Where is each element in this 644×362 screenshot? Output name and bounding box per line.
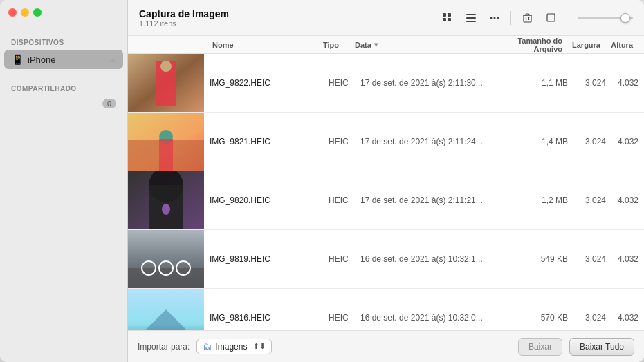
sidebar: DISPOSITIVOS 📱 iPhone ☁ COMPARTILHADO 0	[0, 0, 128, 362]
cell-date: 17 de set. de 2021 à(s) 2:11:24...	[360, 113, 506, 171]
svg-rect-27	[128, 268, 204, 289]
cell-width: 3.024	[568, 289, 606, 330]
cell-width: 3.024	[568, 171, 606, 229]
baixar-tudo-button[interactable]: Baixar Tudo	[569, 338, 634, 356]
col-size-header[interactable]: Tamanho do Arquivo	[500, 37, 562, 53]
svg-rect-0	[443, 13, 446, 17]
svg-point-17	[160, 61, 172, 72]
cell-size: 1,4 MB	[506, 113, 568, 171]
header-title-area: Captura de Imagem 1.112 itens	[139, 8, 438, 28]
col-width-header[interactable]: Largura	[562, 41, 600, 49]
header: Captura de Imagem 1.112 itens	[128, 0, 644, 36]
table-row[interactable]: IMG_9816.HEIC HEIC 16 de set. de 2021 à(…	[128, 289, 644, 330]
devices-section-label: DISPOSITIVOS	[0, 33, 127, 49]
footer: Importar para: 🗂 Imagens ⬆⬇ Baixar Baixa…	[128, 330, 644, 362]
cell-height: 4.032	[606, 289, 644, 330]
shared-section: COMPARTILHADO 0	[0, 79, 127, 112]
cell-date: 17 de set. de 2021 à(s) 2:11:21...	[360, 171, 506, 229]
cell-type: HEIC	[329, 289, 360, 330]
cell-size: 570 KB	[506, 289, 568, 330]
svg-rect-14	[547, 14, 555, 21]
table-row[interactable]: IMG_9822.HEIC HEIC 17 de set. de 2021 à(…	[128, 54, 644, 113]
cell-size: 1,2 MB	[506, 171, 568, 229]
zoom-slider[interactable]	[578, 17, 633, 19]
cell-name: IMG_9822.HEIC	[204, 54, 329, 112]
table-body: IMG_9822.HEIC HEIC 17 de set. de 2021 à(…	[128, 54, 644, 330]
cell-date: 17 de set. de 2021 à(s) 2:11:30...	[360, 54, 506, 112]
cell-name: IMG_9820.HEIC	[204, 171, 329, 229]
shared-section-label: COMPARTILHADO	[0, 79, 127, 95]
cell-type: HEIC	[329, 230, 360, 288]
cell-width: 3.024	[568, 54, 606, 112]
list-view-button[interactable]	[461, 8, 481, 28]
cell-type: HEIC	[329, 171, 360, 229]
phone-icon: 📱	[11, 53, 24, 66]
cell-type: HEIC	[329, 54, 360, 112]
svg-point-8	[494, 17, 496, 19]
cell-width: 3.024	[568, 230, 606, 288]
cell-date: 16 de set. de 2021 à(s) 10:32:0...	[360, 289, 506, 330]
col-type-header[interactable]: Tipo	[323, 41, 355, 49]
app-subtitle: 1.112 itens	[139, 19, 438, 28]
svg-rect-6	[466, 21, 476, 22]
table-row[interactable]: IMG_9820.HEIC HEIC 17 de set. de 2021 à(…	[128, 171, 644, 230]
close-button[interactable]	[8, 8, 17, 17]
cell-thumb	[128, 171, 204, 229]
cell-name: IMG_9816.HEIC	[204, 289, 329, 330]
svg-point-25	[162, 204, 170, 215]
svg-rect-3	[448, 18, 451, 21]
svg-rect-5	[466, 17, 476, 19]
sidebar-item-label: iPhone	[28, 55, 105, 65]
cell-type: HEIC	[329, 113, 360, 171]
cell-height: 4.032	[606, 171, 644, 229]
dropdown-arrows: ⬆⬇	[253, 342, 266, 351]
cell-size: 1,1 MB	[506, 54, 568, 112]
svg-rect-21	[159, 139, 173, 171]
delete-button[interactable]	[517, 8, 537, 28]
svg-point-7	[490, 17, 493, 19]
svg-rect-10	[524, 15, 531, 22]
svg-rect-2	[443, 18, 446, 21]
sort-arrow: ▾	[374, 41, 378, 48]
main-content: Captura de Imagem 1.112 itens	[128, 0, 644, 362]
col-name-header[interactable]: Nome	[210, 41, 323, 49]
toolbar-divider	[510, 11, 511, 25]
toolbar-divider-2	[567, 11, 567, 25]
folder-icon: 🗂	[203, 341, 212, 352]
col-height-header[interactable]: Altura	[600, 41, 638, 49]
cell-thumb	[128, 54, 204, 112]
cell-thumb	[128, 113, 204, 171]
zoom-slider-thumb[interactable]	[620, 13, 630, 23]
svg-rect-1	[448, 13, 451, 17]
table-row[interactable]: IMG_9819.HEIC HEIC 16 de set. de 2021 à(…	[128, 230, 644, 289]
table-row[interactable]: IMG_9821.HEIC HEIC 17 de set. de 2021 à(…	[128, 113, 644, 171]
more-button[interactable]	[485, 8, 504, 28]
minimize-button[interactable]	[21, 8, 29, 17]
rotate-button[interactable]	[541, 8, 560, 28]
cloud-icon: ☁	[108, 55, 116, 64]
sidebar-item-iphone[interactable]: 📱 iPhone ☁	[4, 50, 123, 69]
svg-rect-4	[466, 14, 476, 15]
app-title: Captura de Imagem	[139, 8, 438, 19]
baixar-button[interactable]: Baixar	[518, 338, 562, 356]
folder-dropdown[interactable]: 🗂 Imagens ⬆⬇	[196, 339, 272, 354]
traffic-lights[interactable]	[8, 8, 42, 17]
toolbar	[438, 8, 633, 28]
svg-point-9	[497, 17, 499, 19]
import-label: Importar para:	[138, 342, 190, 352]
cell-name: IMG_9821.HEIC	[204, 113, 329, 171]
cell-height: 4.032	[606, 113, 644, 171]
col-date-header[interactable]: Data ▾	[355, 41, 500, 49]
shared-badge: 0	[102, 99, 116, 108]
cell-width: 3.024	[568, 113, 606, 171]
grid-view-button[interactable]	[438, 8, 457, 28]
maximize-button[interactable]	[33, 8, 42, 17]
cell-date: 16 de set. de 2021 à(s) 10:32:1...	[360, 230, 506, 288]
cell-size: 549 KB	[506, 230, 568, 288]
table-header: Nome Tipo Data ▾ Tamanho do Arquivo Larg…	[128, 36, 644, 54]
cell-thumb	[128, 289, 204, 330]
cell-name: IMG_9819.HEIC	[204, 230, 329, 288]
cell-height: 4.032	[606, 54, 644, 112]
folder-name: Imagens	[215, 342, 247, 352]
shared-row: 0	[0, 95, 127, 112]
